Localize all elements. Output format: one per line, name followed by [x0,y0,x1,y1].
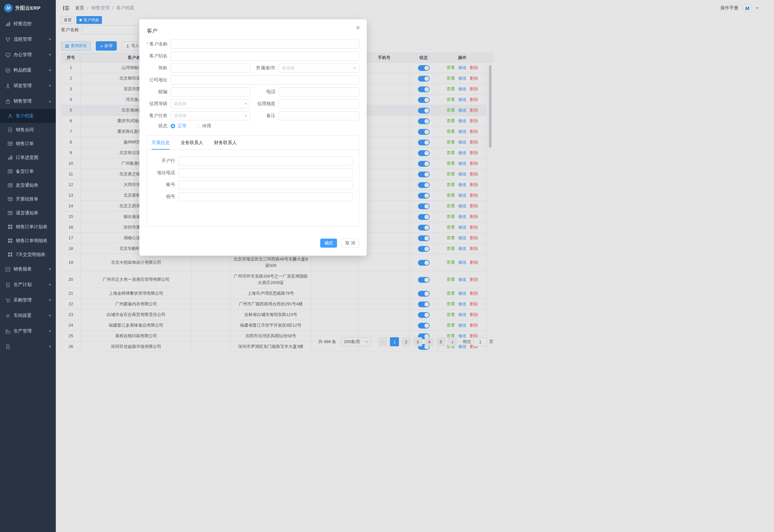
modal-footer: 确定 取 消 [139,227,367,248]
account-input[interactable] [178,180,352,189]
province-placeholder: 请选择 [282,65,294,71]
modal-overlay[interactable] [0,0,774,532]
remark-input[interactable] [279,111,359,120]
status-normal-radio[interactable]: 正常 [171,123,187,129]
radio-dot [171,124,175,128]
status-label: 状态 [147,123,171,129]
remark-label: 备注 [250,113,279,119]
zip-input[interactable] [171,87,250,96]
invoice-field-row: 税号 [152,192,352,201]
province-select[interactable]: 请选择 [279,64,359,73]
customer-alias-input[interactable] [171,52,359,61]
tab-finance-contact[interactable]: 财务联系人 [214,136,237,150]
status-normal-label: 正常 [178,123,187,129]
customer-form: *客户名称 客户别名 简称 所属省/市 请选择 公司地址 邮编 电话 [139,40,367,129]
short-name-input[interactable] [171,64,250,73]
customer-name-label: *客户名称 [147,41,171,47]
chevron-down-icon [244,103,247,105]
invoice-field-row: 开户行 [152,156,352,165]
company-address-label: 公司地址 [147,77,171,83]
zip-label: 邮编 [147,89,171,95]
credit-amount-input[interactable] [279,99,359,108]
bank-input-label: 开户行 [152,158,178,164]
province-label: 所属省/市 [250,65,279,71]
company-address-input[interactable] [171,75,359,84]
short-name-label: 简称 [147,65,171,71]
customer-category-select[interactable]: 请选择 [171,111,250,120]
account-input-label: 账号 [152,182,178,188]
customer-category-label: 客户分类 [147,113,171,119]
phone-label: 电话 [250,89,279,95]
contact-tabs-panel: 开票信息 业务联系人 财务联系人 开户行地址电话账号税号 [147,135,359,227]
credit-amount-label: 信用额度 [250,101,279,107]
modal-title: 客户 [139,19,367,40]
category-placeholder: 请选择 [174,113,186,119]
cancel-button[interactable]: 取 消 [341,239,359,248]
close-icon[interactable]: ✕ [356,25,360,31]
invoice-form: 开户行地址电话账号税号 [147,150,359,201]
invoice-field-row: 地址电话 [152,168,352,177]
tax-input-label: 税号 [152,194,178,200]
customer-alias-label: 客户别名 [147,53,171,59]
invoice-field-row: 账号 [152,180,352,189]
bank-input[interactable] [178,156,352,165]
radio-dot [195,124,200,128]
customer-name-input[interactable] [171,40,359,49]
status-radio-group: 正常 停用 [171,123,211,129]
credit-level-label: 信用等级 [147,101,171,107]
chevron-down-icon [353,67,356,69]
required-star: * [147,41,148,46]
contact-tabs: 开票信息 业务联系人 财务联系人 [147,136,359,150]
status-disabled-label: 停用 [202,123,211,129]
address-phone-input-label: 地址电话 [152,170,178,176]
chevron-down-icon [244,115,247,117]
tab-invoice-info[interactable]: 开票信息 [152,136,170,150]
customer-modal: ✕ 客户 *客户名称 客户别名 简称 所属省/市 请选择 公司地址 邮编 电话 [139,19,367,256]
status-disabled-radio[interactable]: 停用 [195,123,211,129]
tax-input[interactable] [178,192,352,201]
credit-level-placeholder: 请选择 [174,101,186,107]
confirm-button[interactable]: 确定 [320,239,337,248]
phone-input[interactable] [279,87,359,96]
address-phone-input[interactable] [178,168,352,177]
tab-business-contact[interactable]: 业务联系人 [181,136,203,150]
credit-level-select[interactable]: 请选择 [171,99,250,108]
